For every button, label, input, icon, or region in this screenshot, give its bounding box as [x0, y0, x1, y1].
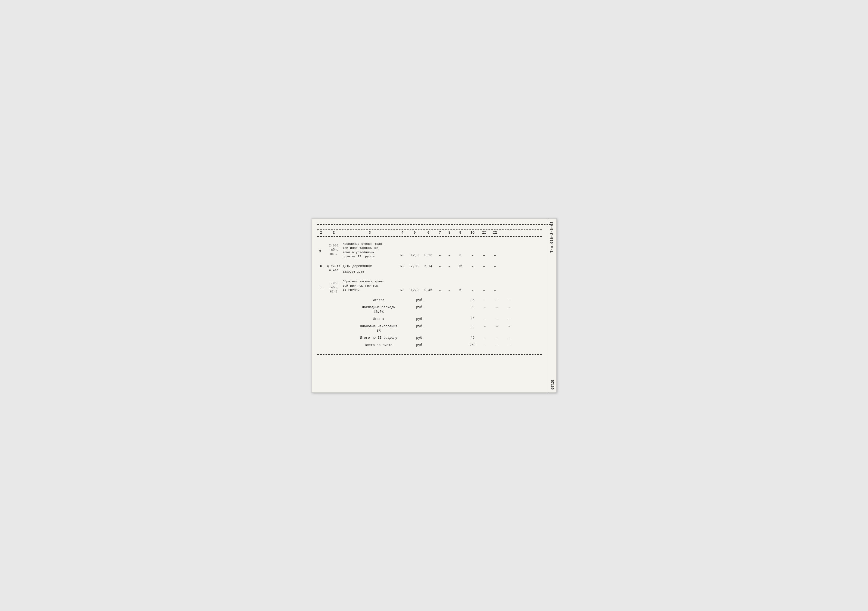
row10-col5: 2,88 — [408, 264, 422, 269]
col-header-9: 9 — [454, 231, 467, 235]
col-header-1: I — [317, 231, 325, 235]
summary-val12-planovye: – — [503, 324, 516, 329]
summary-val9-itogo2: 42 — [467, 317, 479, 321]
summary-label-vsego: Всего по смете — [343, 343, 415, 348]
summary-vsego: Всего по смете руб. 250 – – – — [317, 342, 542, 350]
summary-val10-itogo1: – — [479, 298, 491, 303]
row10-col12: – — [490, 264, 501, 269]
row10-code: ц.Iч.II п.403 — [325, 264, 343, 273]
summary-val11-nakladnye: – — [491, 305, 503, 310]
summary-itogo2: Итого: руб. 42 – – – — [317, 316, 542, 323]
col-header-10: IO — [467, 231, 479, 235]
row9-col11: – — [479, 242, 490, 258]
summary-nakladnye: Накладные расходы 16,5% руб. 6 – – – — [317, 304, 542, 315]
summary-val12-itogo2: – — [503, 317, 516, 321]
row9-col8: – — [445, 242, 454, 258]
row10-num: IO. — [317, 264, 325, 269]
summary-label-planovye: Плановые накопления 8% — [343, 324, 415, 333]
summary-unit-planovye: руб. — [415, 324, 426, 329]
col-header-12: I2 — [490, 231, 501, 235]
row10-col9: I5 — [454, 264, 467, 269]
bottom-border — [317, 354, 542, 355]
summary-val12-vsego: – — [503, 343, 516, 348]
summary-val12-nakladnye: – — [503, 305, 516, 310]
row11-col5: I2,0 — [408, 279, 422, 293]
row9-col7: – — [435, 242, 445, 258]
row11-col12: – — [490, 279, 501, 293]
row9-col12: – — [490, 242, 501, 258]
row11-col11: – — [479, 279, 490, 293]
row11-col6: 0,46 — [422, 279, 435, 293]
row10-col7: – — [435, 264, 445, 269]
summary-val9-nakladnye: 6 — [467, 305, 479, 310]
summary-label-itogo2: Итого: — [343, 317, 415, 321]
row9-num: 9. — [317, 242, 325, 254]
side-label-right: Т-п.016-2-6-03 б716б — [548, 219, 556, 392]
summary-val9-razdel: 45 — [467, 336, 479, 340]
summary-val12-itogo1: – — [503, 298, 516, 303]
summary-label-nakladnye: Накладные расходы 16,5% — [343, 305, 415, 314]
table-row: II. I-968 табл. 8I-2 Обратная засыпка тр… — [317, 278, 542, 295]
row10-desc: Щиты деревянные — [343, 264, 397, 269]
page: I 2 3 4 5 6 7 8 9 IO II I2 9. I-999 табл… — [312, 219, 556, 392]
row11-col7: – — [435, 279, 445, 293]
side-code-top: Т-п.016-2-6-03 — [550, 221, 554, 253]
row10-unit: м2 — [397, 264, 408, 269]
summary-label-itogo1: Итого: — [343, 298, 415, 303]
row9-unit: м3 — [397, 242, 408, 258]
content-area: I 2 3 4 5 6 7 8 9 IO II I2 9. I-999 табл… — [317, 229, 542, 355]
column-headers: I 2 3 4 5 6 7 8 9 IO II I2 — [317, 229, 542, 237]
row10-col8: – — [445, 264, 454, 269]
col-header-2: 2 — [325, 231, 343, 235]
row10-col10: – — [467, 264, 479, 269]
summary-unit-itogo1: руб. — [415, 298, 426, 303]
row11-num: II. — [317, 279, 325, 290]
summary-unit-nakladnye: руб. — [415, 305, 426, 310]
summary-val11-planovye: – — [491, 324, 503, 329]
row11-unit: м3 — [397, 279, 408, 293]
summary-val10-vsego: – — [479, 343, 491, 348]
col-header-4: 4 — [397, 231, 408, 235]
row10-subdesc: I2х0,24=2,88 — [343, 270, 397, 274]
summary-val11-itogo1: – — [491, 298, 503, 303]
summary-itogo1: Итого: руб. 36 – – – — [317, 297, 542, 304]
col-header-7: 7 — [435, 231, 445, 235]
row9-col9: 3 — [454, 242, 467, 258]
summary-val11-itogo2: – — [491, 317, 503, 321]
summary-val9-vsego: 250 — [467, 343, 479, 348]
summary-unit-itogo2: руб. — [415, 317, 426, 321]
row9-col6: 0,23 — [422, 242, 435, 258]
table-row: 9. I-999 табл. 86-2 Крепление стенок тра… — [317, 239, 542, 260]
col-header-11: II — [479, 231, 490, 235]
summary-val11-razdel: – — [491, 336, 503, 340]
summary-itogo-razdel: Итого по II разделу руб. 45 – – – — [317, 334, 542, 342]
row9-desc: Крепление стенок тран- шей инвентарными … — [343, 242, 397, 259]
summary-val10-nakladnye: – — [479, 305, 491, 310]
summary-label-razdel: Итого по II разделу — [343, 336, 415, 340]
summary-val9-planovye: 3 — [467, 324, 479, 329]
table-row: IO. ц.Iч.II п.403 Щиты деревянные I2х0,2… — [317, 263, 542, 275]
row11-col8: – — [445, 279, 454, 293]
summary-planovye: Плановые накопления 8% руб. 3 – – – — [317, 323, 542, 334]
summary-unit-razdel: руб. — [415, 336, 426, 340]
summary-val11-vsego: – — [491, 343, 503, 348]
col-header-3: 3 — [343, 231, 397, 235]
summary-val10-itogo2: – — [479, 317, 491, 321]
row9-col5: I2,0 — [408, 242, 422, 258]
summary-unit-vsego: руб. — [415, 343, 426, 348]
summary-val10-razdel: – — [479, 336, 491, 340]
row11-desc: Обратная засыпка тран- шей вручную грунт… — [343, 279, 397, 292]
col-header-6: 6 — [422, 231, 435, 235]
row11-code: I-968 табл. 8I-2 — [325, 279, 343, 294]
summary-val9-itogo1: 36 — [467, 298, 479, 303]
side-code-bottom: б716б — [550, 380, 554, 392]
summary-val12-razdel: – — [503, 336, 516, 340]
row11-col10: – — [467, 279, 479, 293]
row10-col11: – — [479, 264, 490, 269]
col-header-8: 8 — [445, 231, 454, 235]
col-header-5: 5 — [408, 231, 422, 235]
row10-desc-wrap: Щиты деревянные I2х0,24=2,88 — [343, 264, 397, 274]
row11-col9: 6 — [454, 279, 467, 293]
top-border — [317, 224, 551, 225]
row10-col6: 5,I4 — [422, 264, 435, 269]
